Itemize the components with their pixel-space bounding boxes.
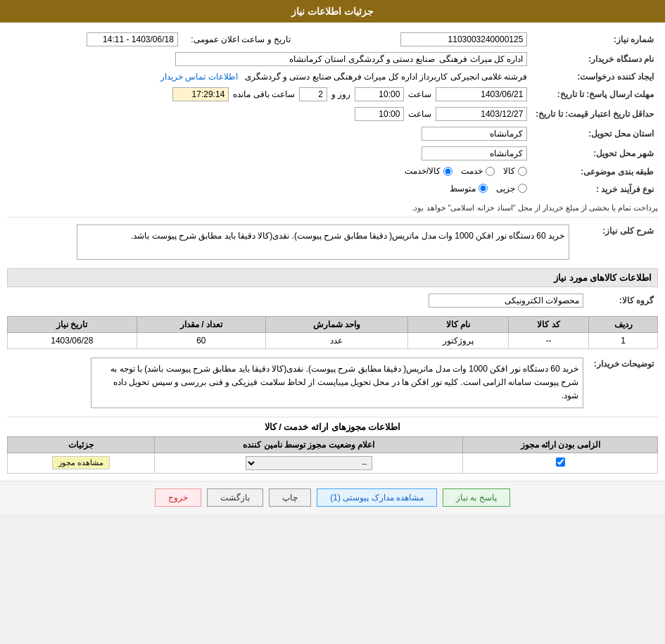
buyer-name-label: نام دستگاه خریدار: — [531, 49, 658, 69]
print-button[interactable]: چاپ — [269, 488, 311, 507]
type-option-both: کالا/خدمت — [405, 166, 452, 176]
province-row: استان محل تحویل: — [7, 124, 658, 144]
cell-qty: 60 — [137, 333, 265, 349]
cell-row-num: 1 — [589, 333, 658, 349]
deadline-flex: ساعت روز و ساعت باقی مانده — [11, 87, 527, 101]
deadline-days-label: روز و — [331, 89, 350, 99]
need-desc-table: شرح کلی نیاز: خرید 60 دستگاه نور افکن 10… — [7, 222, 658, 263]
type-label: طبقه بندی موضوعی: — [531, 163, 658, 181]
city-value — [7, 144, 531, 163]
back-button[interactable]: بازگشت — [207, 488, 263, 507]
license-header-row: الزامی بودن ارائه مجوز اعلام وضعیت مجوز … — [8, 436, 658, 453]
purchase-radio-medium[interactable] — [479, 184, 488, 193]
need-number-input[interactable] — [400, 32, 527, 46]
status-dropdown[interactable]: -- — [246, 456, 372, 470]
credit-flex: ساعت — [11, 107, 527, 121]
deadline-days-input — [299, 87, 327, 101]
view-license-button[interactable]: مشاهده مجوز — [52, 456, 110, 469]
need-number-value — [295, 30, 531, 49]
purchase-option-medium: متوسط — [450, 184, 488, 194]
deadline-date-input — [436, 87, 527, 101]
cell-required — [463, 453, 658, 473]
purchase-type-row: نوع فرآیند خرید : جزیی متوسط — [7, 181, 658, 198]
announce-date-value — [7, 30, 182, 49]
view-docs-button[interactable]: مشاهده مدارک پیوستی (1) — [317, 488, 437, 507]
deadline-remaining-input — [172, 87, 229, 101]
province-input — [422, 127, 527, 141]
contact-link[interactable]: اطلاعات تماس خریدار — [160, 72, 238, 82]
type-options: کالا خدمت کالا/خدمت — [7, 163, 531, 181]
type-radio-goods[interactable] — [518, 167, 527, 176]
creator-text: فرشته غلامی انجیرکی کاربرداز اداره کل می… — [245, 72, 528, 82]
buyer-notes-box: خرید 60 دستگاه نور افکن 1000 وات مدل مات… — [91, 358, 583, 408]
cell-name: پروژکتور — [407, 333, 508, 349]
deadline-row: مهلت ارسال پاسخ: تا تاریخ: ساعت روز و سا… — [7, 84, 658, 104]
type-radio-both[interactable] — [443, 167, 452, 176]
goods-group-value — [7, 291, 588, 310]
license-table-row: -- مشاهده مجوز — [8, 453, 658, 473]
need-number-label: شماره نیاز: — [531, 30, 658, 49]
need-desc-row: شرح کلی نیاز: خرید 60 دستگاه نور افکن 10… — [7, 222, 658, 263]
creator-row: ایجاد کننده درخواست: فرشته غلامی انجیرکی… — [7, 69, 658, 84]
city-row: شهر محل تحویل: — [7, 144, 658, 163]
type-option-service: خدمت — [461, 166, 495, 176]
page-title: جزئیات اطلاعات نیاز — [291, 6, 374, 17]
required-checkbox[interactable] — [556, 457, 565, 467]
deadline-remaining-label: ساعت باقی مانده — [233, 89, 295, 99]
deadline-time-input — [355, 87, 404, 101]
goods-group-input — [429, 293, 583, 308]
bottom-buttons: پاسخ به نیاز مشاهده مدارک پیوستی (1) چاپ… — [0, 481, 665, 514]
col-qty: تعداد / مقدار — [137, 317, 265, 333]
payment-notice: پرداخت تمام یا بخشی از مبلغ خریدار از مح… — [7, 203, 658, 213]
credit-label: حداقل تاریخ اعتبار قیمت: تا تاریخ: — [531, 104, 658, 124]
purchase-label-partial: جزیی — [496, 184, 515, 194]
page-header: جزئیات اطلاعات نیاز — [0, 0, 665, 23]
city-input — [422, 146, 527, 160]
license-section-title: اطلاعات مجوزهای ارائه خدمت / کالا — [7, 422, 658, 432]
col-unit: واحد شمارش — [266, 317, 408, 333]
cell-code: -- — [509, 333, 589, 349]
col-details: جزئیات — [8, 436, 155, 453]
main-content: شماره نیاز: تاریخ و ساعت اعلان عمومی: نا… — [0, 23, 665, 481]
type-label-both: کالا/خدمت — [405, 166, 441, 176]
col-code: کد کالا — [509, 317, 589, 333]
license-table-head: الزامی بودن ارائه مجوز اعلام وضعیت مجوز … — [8, 436, 658, 453]
cell-unit: عدد — [266, 333, 408, 349]
deadline-label: مهلت ارسال پاسخ: تا تاریخ: — [531, 84, 658, 104]
buyer-notes-label: توضیحات خریدار: — [588, 355, 658, 411]
creator-value: فرشته غلامی انجیرکی کاربرداز اداره کل می… — [7, 69, 531, 84]
need-desc-label: شرح کلی نیاز: — [574, 222, 658, 263]
purchase-radio-partial[interactable] — [518, 184, 527, 193]
purchase-label-medium: متوسط — [450, 184, 476, 194]
deadline-time-label: ساعت — [408, 89, 431, 99]
goods-group-label: گروه کالا: — [588, 291, 658, 310]
city-label: شهر محل تحویل: — [531, 144, 658, 163]
type-radio-service[interactable] — [486, 167, 495, 176]
purchase-radio-group: جزیی متوسط — [450, 184, 527, 194]
creator-label: ایجاد کننده درخواست: — [531, 69, 658, 84]
purchase-option-partial: جزیی — [496, 184, 527, 194]
license-table-body: -- مشاهده مجوز — [8, 453, 658, 473]
reply-button[interactable]: پاسخ به نیاز — [443, 488, 510, 507]
need-number-row: شماره نیاز: تاریخ و ساعت اعلان عمومی: — [7, 30, 658, 49]
goods-table-body: 1 -- پروژکتور عدد 60 1403/06/28 — [8, 333, 658, 349]
goods-table-header-row: ردیف کد کالا نام کالا واحد شمارش تعداد /… — [8, 317, 658, 333]
need-desc-box: خرید 60 دستگاه نور افکن 1000 وات مدل مات… — [77, 225, 569, 260]
type-row: طبقه بندی موضوعی: کالا خدمت — [7, 163, 658, 181]
cell-date: 1403/06/28 — [8, 333, 137, 349]
credit-time-label: ساعت — [408, 109, 431, 119]
goods-table-row: 1 -- پروژکتور عدد 60 1403/06/28 — [8, 333, 658, 349]
col-name: نام کالا — [407, 317, 508, 333]
announce-date-input — [87, 32, 178, 46]
col-required: الزامی بودن ارائه مجوز — [463, 436, 658, 453]
deadline-values: ساعت روز و ساعت باقی مانده — [7, 84, 531, 104]
buyer-name-row: نام دستگاه خریدار: — [7, 49, 658, 69]
credit-row: حداقل تاریخ اعتبار قیمت: تا تاریخ: ساعت — [7, 104, 658, 124]
exit-button[interactable]: خروج — [155, 488, 201, 507]
province-label: استان محل تحویل: — [531, 124, 658, 144]
buyer-name-input — [175, 52, 527, 66]
col-status: اعلام وضعیت مجوز توسط نامین کننده — [154, 436, 462, 453]
info-table: شماره نیاز: تاریخ و ساعت اعلان عمومی: نا… — [7, 30, 658, 198]
goods-group-row: گروه کالا: — [7, 291, 658, 310]
cell-details: مشاهده مجوز — [8, 453, 155, 473]
